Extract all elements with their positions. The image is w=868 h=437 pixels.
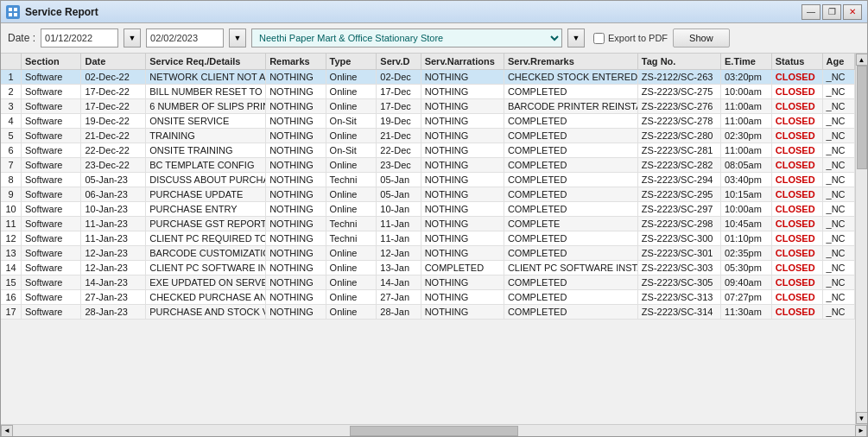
cell-remarks: NOTHING xyxy=(266,129,326,143)
table-row[interactable]: 8Software05-Jan-23DISCUSS ABOUT PURCHASN… xyxy=(1,173,855,187)
cell-status: CLOSED xyxy=(771,246,822,261)
restore-button[interactable]: ❐ xyxy=(822,4,841,20)
cell-tag: ZS-2223/SC-313 xyxy=(637,290,720,305)
col-header-etime: E.Time xyxy=(721,54,772,70)
table-row[interactable]: 3Software17-Dec-226 NUMBER OF SLIPS PRIN… xyxy=(1,99,855,114)
vscroll-up-button[interactable]: ▲ xyxy=(856,54,868,66)
hscroll-right-button[interactable]: ► xyxy=(855,425,867,437)
table-row[interactable]: 9Software06-Jan-23PURCHASE UPDATENOTHING… xyxy=(1,187,855,202)
table-row[interactable]: 17Software28-Jan-23PURCHASE AND STOCK VA… xyxy=(1,305,855,320)
table-row[interactable]: 1Software02-Dec-22NETWORK CLIENT NOT ACN… xyxy=(1,70,855,85)
cell-etime: 01:10pm xyxy=(721,231,772,246)
cell-etime: 03:40pm xyxy=(721,173,772,187)
main-window: Service Report — ❐ ✕ Date : ▼ ▼ Neethi P… xyxy=(0,0,868,437)
cell-agent: _NC xyxy=(822,129,854,143)
app-icon xyxy=(6,5,20,19)
cell-servd: 17-Dec xyxy=(377,99,421,114)
table-row[interactable]: 5Software21-Dec-22TRAININGNOTHINGOnline2… xyxy=(1,129,855,143)
cell-remarks: NOTHING xyxy=(266,85,326,99)
show-button[interactable]: Show xyxy=(673,28,730,48)
hscroll-track xyxy=(13,425,855,437)
cell-status: CLOSED xyxy=(771,158,822,173)
cell-section: Software xyxy=(22,246,81,261)
cell-service: EXE UPDATED ON SERVER xyxy=(146,276,266,290)
cell-narr: NOTHING xyxy=(421,305,504,320)
cell-section: Software xyxy=(22,70,81,85)
cell-date: 22-Dec-22 xyxy=(81,143,146,158)
cell-servd: 23-Dec xyxy=(377,158,421,173)
table-row[interactable]: 15Software14-Jan-23EXE UPDATED ON SERVER… xyxy=(1,276,855,290)
date-label: Date : xyxy=(8,32,35,44)
cell-sremark: COMPLETE xyxy=(504,217,637,231)
cell-servd: 11-Jan xyxy=(377,231,421,246)
cell-etime: 10:15am xyxy=(721,187,772,202)
cell-narr: NOTHING xyxy=(421,114,504,129)
cell-remarks: NOTHING xyxy=(266,143,326,158)
col-header-status: Status xyxy=(771,54,822,70)
cell-tag: ZS-2223/SC-300 xyxy=(637,231,720,246)
cell-tag: ZS-2223/SC-297 xyxy=(637,202,720,217)
cell-agent: _NC xyxy=(822,305,854,320)
cell-narr: NOTHING xyxy=(421,158,504,173)
cell-type: On-Sit xyxy=(326,114,377,129)
table-row[interactable]: 7Software23-Dec-22BC TEMPLATE CONFIGNOTH… xyxy=(1,158,855,173)
cell-date: 02-Dec-22 xyxy=(81,70,146,85)
hscroll-thumb[interactable] xyxy=(350,426,518,436)
cell-section: Software xyxy=(22,99,81,114)
cell-remarks: NOTHING xyxy=(266,187,326,202)
cell-service: BILL NUMBER RESET TO ZE xyxy=(146,85,266,99)
vscroll-thumb[interactable] xyxy=(857,66,867,169)
date-from-input[interactable] xyxy=(41,28,118,48)
hscroll-left-button[interactable]: ◄ xyxy=(1,425,13,437)
vscroll-down-button[interactable]: ▼ xyxy=(856,412,868,424)
cell-num: 11 xyxy=(1,217,22,231)
date-from-dropdown[interactable]: ▼ xyxy=(124,28,141,48)
cell-status: CLOSED xyxy=(771,99,822,114)
cell-tag: ZS-2223/SC-314 xyxy=(637,305,720,320)
cell-type: Online xyxy=(326,305,377,320)
cell-num: 15 xyxy=(1,276,22,290)
close-button[interactable]: ✕ xyxy=(843,4,862,20)
cell-sremark: COMPLETED xyxy=(504,129,637,143)
col-header-num xyxy=(1,54,22,70)
cell-num: 13 xyxy=(1,246,22,261)
cell-servd: 12-Jan xyxy=(377,246,421,261)
cell-type: Online xyxy=(326,99,377,114)
table-scroll-area[interactable]: Section Date Service Req./Details Remark… xyxy=(1,54,855,424)
cell-type: Techni xyxy=(326,217,377,231)
cell-section: Software xyxy=(22,290,81,305)
table-row[interactable]: 12Software11-Jan-23CLIENT PC REQUIRED TO… xyxy=(1,231,855,246)
cell-servd: 28-Jan xyxy=(377,305,421,320)
col-header-narr: Serv.Narrations xyxy=(421,54,504,70)
cell-agent: _NC xyxy=(822,85,854,99)
table-row[interactable]: 16Software27-Jan-23CHECKED PURCHASE ANDN… xyxy=(1,290,855,305)
table-row[interactable]: 11Software11-Jan-23PURCHASE GST REPORTNO… xyxy=(1,217,855,231)
cell-date: 17-Dec-22 xyxy=(81,85,146,99)
vertical-scrollbar: ▲ ▼ xyxy=(855,54,867,424)
cell-servd: 05-Jan xyxy=(377,173,421,187)
cell-service: BC TEMPLATE CONFIG xyxy=(146,158,266,173)
minimize-button[interactable]: — xyxy=(801,4,820,20)
table-row[interactable]: 13Software12-Jan-23BARCODE CUSTOMIZATION… xyxy=(1,246,855,261)
cell-date: 11-Jan-23 xyxy=(81,231,146,246)
date-to-dropdown[interactable]: ▼ xyxy=(229,28,246,48)
table-row[interactable]: 6Software22-Dec-22ONSITE TRAININGNOTHING… xyxy=(1,143,855,158)
date-to-input[interactable] xyxy=(146,28,224,48)
cell-narr: NOTHING xyxy=(421,290,504,305)
cell-sremark: COMPLETED xyxy=(504,143,637,158)
table-row[interactable]: 2Software17-Dec-22BILL NUMBER RESET TO Z… xyxy=(1,85,855,99)
cell-num: 6 xyxy=(1,143,22,158)
cell-etime: 10:00am xyxy=(721,202,772,217)
cell-section: Software xyxy=(22,202,81,217)
table-row[interactable]: 14Software12-Jan-23CLIENT PC SOFTWARE IN… xyxy=(1,261,855,276)
cell-etime: 02:35pm xyxy=(721,246,772,261)
cell-remarks: NOTHING xyxy=(266,305,326,320)
cell-narr: NOTHING xyxy=(421,187,504,202)
cell-agent: _NC xyxy=(822,70,854,85)
company-select[interactable]: Neethi Paper Mart & Office Stationary St… xyxy=(251,28,562,48)
export-pdf-checkbox[interactable] xyxy=(593,33,605,44)
table-row[interactable]: 10Software10-Jan-23PURCHASE ENTRYNOTHING… xyxy=(1,202,855,217)
cell-date: 17-Dec-22 xyxy=(81,99,146,114)
table-row[interactable]: 4Software19-Dec-22ONSITE SERVICENOTHINGO… xyxy=(1,114,855,129)
company-dropdown[interactable]: ▼ xyxy=(567,28,585,48)
